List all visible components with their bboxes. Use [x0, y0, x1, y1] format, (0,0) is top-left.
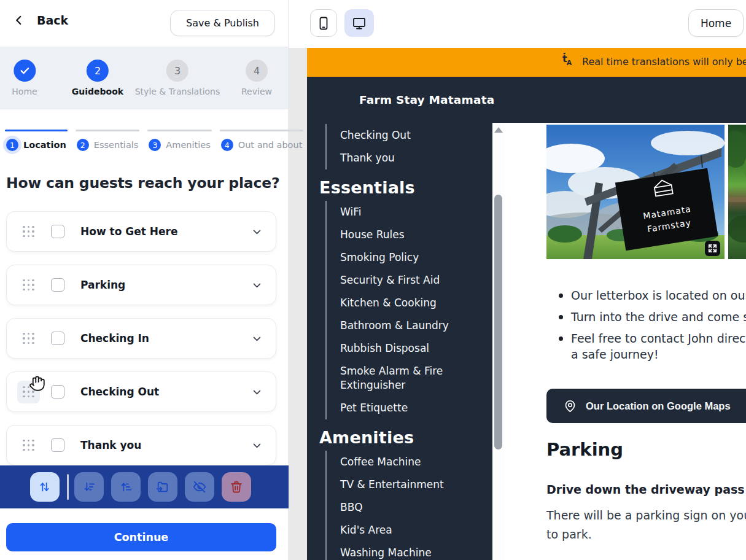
topic-label: How to Get Here — [80, 225, 177, 238]
guidebook-body: Checking Out Thank you Essentials WiFi H… — [307, 123, 746, 560]
preview-gutter — [289, 48, 307, 560]
folder-input-icon — [156, 480, 169, 494]
step-home[interactable]: Home — [12, 60, 37, 96]
chevron-down-icon[interactable] — [252, 440, 262, 451]
tab-out-and-about-number: 4 — [221, 139, 233, 151]
nav-item-house-rules[interactable]: House Rules — [340, 224, 468, 246]
nav-item-kitchen-cooking[interactable]: Kitchen & Cooking — [340, 292, 468, 314]
guidebook-content-area: Matamata Farmstay — [492, 123, 746, 560]
tab-out-and-about-indicator — [220, 130, 304, 131]
chevron-down-icon[interactable] — [252, 227, 262, 237]
nav-item-washing-machine[interactable]: Washing Machine — [340, 542, 468, 560]
wizard-stepper: Home 2 Guidebook 3 Style & Translations … — [0, 47, 288, 109]
sort-descending-icon — [82, 480, 96, 494]
nav-item-smoke-alarm[interactable]: Smoke Alarm & Fire Extinguisher — [340, 360, 468, 397]
drag-handle-icon[interactable] — [17, 381, 40, 403]
nav-item-bbq[interactable]: BBQ — [340, 496, 468, 519]
tab-location-number: 1 — [6, 139, 18, 151]
expand-photo-button[interactable] — [705, 241, 720, 256]
topic-card-checking-in[interactable]: Checking In — [6, 318, 276, 359]
continue-button[interactable]: Continue — [6, 523, 276, 551]
chevron-down-icon[interactable] — [252, 280, 262, 290]
nav-item-bathroom-laundry[interactable]: Bathroom & Laundry — [340, 314, 468, 337]
nav-item-coffee-machine[interactable]: Coffee Machine — [340, 451, 468, 473]
back-label: Back — [37, 14, 68, 27]
trash-icon — [230, 480, 243, 494]
nav-item-checking-out[interactable]: Checking Out — [340, 124, 468, 147]
home-button[interactable]: Home — [688, 9, 744, 37]
topic-label: Checking In — [80, 332, 149, 344]
nav-item-security-first-aid[interactable]: Security & First Aid — [340, 269, 468, 292]
section-tabs: 1 Location 2 Essentials 3 Amenities — [5, 130, 303, 151]
nav-group-amenities: Coffee Machine TV & Entertainment BBQ Ki… — [325, 451, 468, 560]
topic-checkbox[interactable] — [51, 225, 64, 238]
tab-location[interactable]: 1 Location — [5, 130, 68, 151]
mobile-preview-button[interactable] — [310, 9, 337, 37]
nav-item-rubbish-disposal[interactable]: Rubbish Disposal — [340, 337, 468, 360]
save-publish-button[interactable]: Save & Publish — [170, 10, 275, 36]
nav-item-pet-etiquette[interactable]: Pet Etiquette — [340, 397, 468, 419]
farmstay-sign-photo[interactable]: Matamata Farmstay — [546, 125, 725, 259]
step-style-translations[interactable]: 3 Style & Translations — [135, 60, 220, 96]
drag-handle-icon[interactable] — [23, 333, 34, 344]
topic-card-checking-out[interactable]: Checking Out — [6, 371, 276, 412]
translation-banner: ṫA Real time translations will only be a… — [307, 48, 746, 77]
nav-item-kids-area[interactable]: Kid's Area — [340, 519, 468, 542]
topic-card-how-to-get-here[interactable]: How to Get Here — [6, 211, 276, 252]
step-home-label: Home — [12, 87, 37, 96]
preview-topbar: Home — [289, 0, 746, 48]
monitor-icon — [352, 16, 367, 31]
topic-checkbox[interactable] — [51, 385, 64, 399]
tab-essentials-number: 2 — [77, 139, 89, 151]
hide-button[interactable] — [185, 472, 214, 502]
delete-button[interactable] — [222, 472, 251, 502]
drag-handle-icon[interactable] — [23, 279, 34, 291]
nav-item-wifi[interactable]: WiFi — [340, 201, 468, 224]
nav-item-thank-you[interactable]: Thank you — [340, 147, 468, 169]
tab-out-and-about-label: Out and about — [238, 140, 303, 150]
tab-amenities[interactable]: 3 Amenities — [147, 130, 211, 151]
topic-card-parking[interactable]: Parking — [6, 265, 276, 305]
toolbar-divider — [67, 474, 69, 500]
nav-item-tv-entertainment[interactable]: TV & Entertainment — [340, 473, 468, 496]
tab-out-and-about[interactable]: 4 Out and about — [220, 130, 304, 151]
chevron-down-icon[interactable] — [252, 387, 262, 397]
tab-essentials[interactable]: 2 Essentials — [76, 130, 140, 151]
topic-checkbox[interactable] — [51, 278, 64, 292]
drag-handle-icon[interactable] — [23, 226, 34, 238]
sort-descending-button[interactable] — [74, 472, 104, 502]
nav-item-smoking-policy[interactable]: Smoking Policy — [340, 246, 468, 269]
topic-label: Thank you — [80, 439, 141, 451]
bullet-item: Turn into the drive and come st — [558, 309, 746, 325]
topic-checkbox[interactable] — [51, 332, 64, 345]
nav-group-location: Checking Out Thank you — [325, 124, 468, 169]
chevron-down-icon[interactable] — [252, 333, 262, 344]
topic-label: Checking Out — [80, 386, 159, 398]
tab-amenities-indicator — [147, 130, 211, 131]
garden-photo-partial[interactable] — [728, 125, 746, 259]
content-scrollbar[interactable] — [492, 123, 505, 560]
topic-checkbox[interactable] — [51, 438, 64, 452]
sort-ascending-button[interactable] — [111, 472, 141, 502]
step-guidebook-circle: 2 — [87, 60, 109, 82]
editor-header: Back Save & Publish — [0, 0, 288, 47]
map-pin-icon — [564, 400, 577, 413]
step-guidebook[interactable]: 2 Guidebook — [72, 60, 123, 96]
move-to-group-button[interactable] — [148, 472, 177, 502]
topic-card-thank-you[interactable]: Thank you — [6, 425, 276, 465]
guidebook-header: Farm Stay Matamata — [307, 77, 746, 123]
drag-handle-icon[interactable] — [23, 440, 34, 451]
google-maps-button[interactable]: Our Location on Google Maps — [546, 389, 746, 423]
scroll-up-arrow-icon[interactable] — [494, 127, 503, 133]
back-button[interactable]: Back — [14, 14, 68, 27]
reorder-arrows-icon — [38, 480, 52, 494]
app-window: Back Save & Publish Home 2 Guidebook 3 S… — [0, 0, 746, 560]
guidebook-title: Farm Stay Matamata — [359, 93, 494, 106]
reorder-button[interactable] — [30, 472, 60, 502]
bullet-item: Our letterbox is located on our — [558, 287, 746, 303]
scrollbar-thumb[interactable] — [494, 195, 502, 449]
step-review[interactable]: 4 Review — [241, 60, 272, 96]
nav-section-amenities: Amenities — [319, 428, 492, 447]
check-icon — [19, 65, 30, 76]
desktop-preview-button[interactable] — [344, 9, 374, 37]
